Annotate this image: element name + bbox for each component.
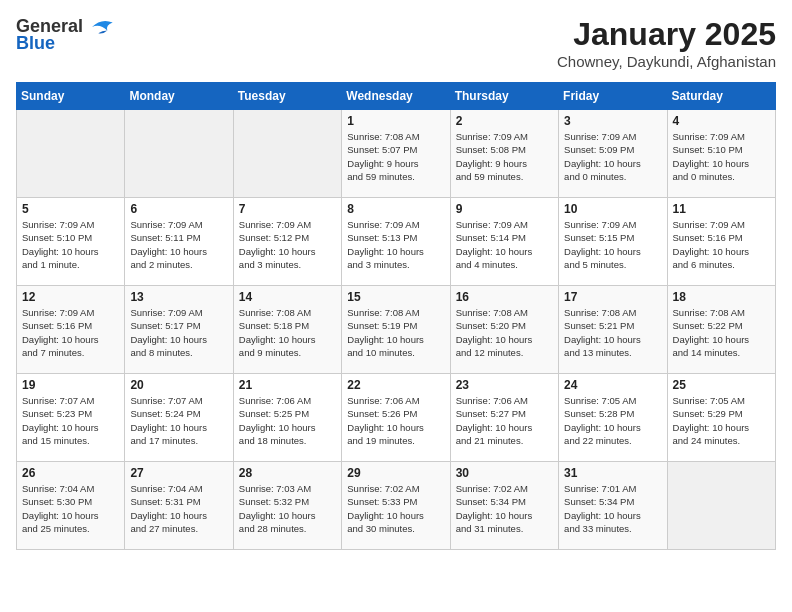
- day-number: 2: [456, 114, 553, 128]
- day-info: Sunrise: 7:06 AMSunset: 5:27 PMDaylight:…: [456, 394, 553, 447]
- calendar-cell: 1Sunrise: 7:08 AMSunset: 5:07 PMDaylight…: [342, 110, 450, 198]
- day-number: 8: [347, 202, 444, 216]
- day-info: Sunrise: 7:09 AMSunset: 5:17 PMDaylight:…: [130, 306, 227, 359]
- logo-bird-icon: [87, 18, 115, 36]
- day-number: 28: [239, 466, 336, 480]
- calendar-cell: 3Sunrise: 7:09 AMSunset: 5:09 PMDaylight…: [559, 110, 667, 198]
- calendar-table: SundayMondayTuesdayWednesdayThursdayFrid…: [16, 82, 776, 550]
- day-number: 19: [22, 378, 119, 392]
- calendar-cell: 25Sunrise: 7:05 AMSunset: 5:29 PMDayligh…: [667, 374, 775, 462]
- day-info: Sunrise: 7:04 AMSunset: 5:31 PMDaylight:…: [130, 482, 227, 535]
- calendar-cell: 15Sunrise: 7:08 AMSunset: 5:19 PMDayligh…: [342, 286, 450, 374]
- col-header-friday: Friday: [559, 83, 667, 110]
- week-row-4: 19Sunrise: 7:07 AMSunset: 5:23 PMDayligh…: [17, 374, 776, 462]
- day-info: Sunrise: 7:06 AMSunset: 5:25 PMDaylight:…: [239, 394, 336, 447]
- week-row-3: 12Sunrise: 7:09 AMSunset: 5:16 PMDayligh…: [17, 286, 776, 374]
- calendar-cell: 14Sunrise: 7:08 AMSunset: 5:18 PMDayligh…: [233, 286, 341, 374]
- day-number: 23: [456, 378, 553, 392]
- calendar-cell: 30Sunrise: 7:02 AMSunset: 5:34 PMDayligh…: [450, 462, 558, 550]
- day-number: 3: [564, 114, 661, 128]
- day-info: Sunrise: 7:02 AMSunset: 5:34 PMDaylight:…: [456, 482, 553, 535]
- day-info: Sunrise: 7:07 AMSunset: 5:24 PMDaylight:…: [130, 394, 227, 447]
- day-number: 15: [347, 290, 444, 304]
- day-info: Sunrise: 7:06 AMSunset: 5:26 PMDaylight:…: [347, 394, 444, 447]
- col-header-thursday: Thursday: [450, 83, 558, 110]
- calendar-cell: 22Sunrise: 7:06 AMSunset: 5:26 PMDayligh…: [342, 374, 450, 462]
- day-number: 25: [673, 378, 770, 392]
- day-number: 9: [456, 202, 553, 216]
- day-number: 31: [564, 466, 661, 480]
- col-header-saturday: Saturday: [667, 83, 775, 110]
- calendar-cell: 23Sunrise: 7:06 AMSunset: 5:27 PMDayligh…: [450, 374, 558, 462]
- calendar-cell: 27Sunrise: 7:04 AMSunset: 5:31 PMDayligh…: [125, 462, 233, 550]
- col-header-monday: Monday: [125, 83, 233, 110]
- day-number: 20: [130, 378, 227, 392]
- title-section: January 2025 Chowney, Daykundi, Afghanis…: [557, 16, 776, 70]
- day-info: Sunrise: 7:07 AMSunset: 5:23 PMDaylight:…: [22, 394, 119, 447]
- calendar-cell: 13Sunrise: 7:09 AMSunset: 5:17 PMDayligh…: [125, 286, 233, 374]
- calendar-cell: 12Sunrise: 7:09 AMSunset: 5:16 PMDayligh…: [17, 286, 125, 374]
- day-number: 27: [130, 466, 227, 480]
- calendar-cell: 2Sunrise: 7:09 AMSunset: 5:08 PMDaylight…: [450, 110, 558, 198]
- day-number: 22: [347, 378, 444, 392]
- day-info: Sunrise: 7:09 AMSunset: 5:12 PMDaylight:…: [239, 218, 336, 271]
- day-number: 11: [673, 202, 770, 216]
- day-info: Sunrise: 7:02 AMSunset: 5:33 PMDaylight:…: [347, 482, 444, 535]
- week-row-1: 1Sunrise: 7:08 AMSunset: 5:07 PMDaylight…: [17, 110, 776, 198]
- calendar-cell: 7Sunrise: 7:09 AMSunset: 5:12 PMDaylight…: [233, 198, 341, 286]
- day-number: 1: [347, 114, 444, 128]
- calendar-cell: [17, 110, 125, 198]
- calendar-cell: 26Sunrise: 7:04 AMSunset: 5:30 PMDayligh…: [17, 462, 125, 550]
- day-info: Sunrise: 7:05 AMSunset: 5:28 PMDaylight:…: [564, 394, 661, 447]
- day-info: Sunrise: 7:09 AMSunset: 5:13 PMDaylight:…: [347, 218, 444, 271]
- week-row-5: 26Sunrise: 7:04 AMSunset: 5:30 PMDayligh…: [17, 462, 776, 550]
- day-info: Sunrise: 7:09 AMSunset: 5:16 PMDaylight:…: [22, 306, 119, 359]
- day-number: 29: [347, 466, 444, 480]
- calendar-cell: 4Sunrise: 7:09 AMSunset: 5:10 PMDaylight…: [667, 110, 775, 198]
- day-number: 16: [456, 290, 553, 304]
- day-info: Sunrise: 7:09 AMSunset: 5:11 PMDaylight:…: [130, 218, 227, 271]
- calendar-cell: 11Sunrise: 7:09 AMSunset: 5:16 PMDayligh…: [667, 198, 775, 286]
- calendar-cell: 18Sunrise: 7:08 AMSunset: 5:22 PMDayligh…: [667, 286, 775, 374]
- day-number: 4: [673, 114, 770, 128]
- calendar-cell: 31Sunrise: 7:01 AMSunset: 5:34 PMDayligh…: [559, 462, 667, 550]
- calendar-cell: 24Sunrise: 7:05 AMSunset: 5:28 PMDayligh…: [559, 374, 667, 462]
- location: Chowney, Daykundi, Afghanistan: [557, 53, 776, 70]
- calendar-cell: 21Sunrise: 7:06 AMSunset: 5:25 PMDayligh…: [233, 374, 341, 462]
- calendar-cell: 20Sunrise: 7:07 AMSunset: 5:24 PMDayligh…: [125, 374, 233, 462]
- calendar-cell: [667, 462, 775, 550]
- day-number: 17: [564, 290, 661, 304]
- day-info: Sunrise: 7:09 AMSunset: 5:08 PMDaylight:…: [456, 130, 553, 183]
- calendar-cell: 10Sunrise: 7:09 AMSunset: 5:15 PMDayligh…: [559, 198, 667, 286]
- day-number: 26: [22, 466, 119, 480]
- day-info: Sunrise: 7:09 AMSunset: 5:10 PMDaylight:…: [22, 218, 119, 271]
- day-info: Sunrise: 7:08 AMSunset: 5:18 PMDaylight:…: [239, 306, 336, 359]
- calendar-cell: [125, 110, 233, 198]
- day-info: Sunrise: 7:09 AMSunset: 5:15 PMDaylight:…: [564, 218, 661, 271]
- month-title: January 2025: [557, 16, 776, 53]
- day-info: Sunrise: 7:08 AMSunset: 5:21 PMDaylight:…: [564, 306, 661, 359]
- day-number: 14: [239, 290, 336, 304]
- day-info: Sunrise: 7:03 AMSunset: 5:32 PMDaylight:…: [239, 482, 336, 535]
- day-number: 21: [239, 378, 336, 392]
- header-row: SundayMondayTuesdayWednesdayThursdayFrid…: [17, 83, 776, 110]
- day-number: 6: [130, 202, 227, 216]
- page-header: General Blue January 2025 Chowney, Dayku…: [16, 16, 776, 70]
- col-header-tuesday: Tuesday: [233, 83, 341, 110]
- day-info: Sunrise: 7:09 AMSunset: 5:14 PMDaylight:…: [456, 218, 553, 271]
- day-info: Sunrise: 7:04 AMSunset: 5:30 PMDaylight:…: [22, 482, 119, 535]
- day-number: 30: [456, 466, 553, 480]
- day-info: Sunrise: 7:08 AMSunset: 5:19 PMDaylight:…: [347, 306, 444, 359]
- day-info: Sunrise: 7:08 AMSunset: 5:20 PMDaylight:…: [456, 306, 553, 359]
- day-info: Sunrise: 7:09 AMSunset: 5:16 PMDaylight:…: [673, 218, 770, 271]
- day-number: 10: [564, 202, 661, 216]
- day-info: Sunrise: 7:05 AMSunset: 5:29 PMDaylight:…: [673, 394, 770, 447]
- calendar-cell: 17Sunrise: 7:08 AMSunset: 5:21 PMDayligh…: [559, 286, 667, 374]
- day-info: Sunrise: 7:01 AMSunset: 5:34 PMDaylight:…: [564, 482, 661, 535]
- day-info: Sunrise: 7:09 AMSunset: 5:09 PMDaylight:…: [564, 130, 661, 183]
- day-info: Sunrise: 7:08 AMSunset: 5:22 PMDaylight:…: [673, 306, 770, 359]
- col-header-wednesday: Wednesday: [342, 83, 450, 110]
- day-info: Sunrise: 7:08 AMSunset: 5:07 PMDaylight:…: [347, 130, 444, 183]
- calendar-cell: 29Sunrise: 7:02 AMSunset: 5:33 PMDayligh…: [342, 462, 450, 550]
- day-number: 18: [673, 290, 770, 304]
